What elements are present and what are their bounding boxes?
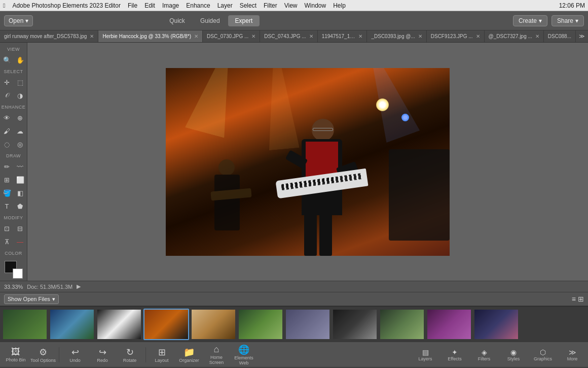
tab-7-close[interactable]: ✕ (476, 34, 480, 39)
eraser-tool[interactable]: ⬜ (14, 174, 26, 186)
smudge-tool[interactable]: ☁ (14, 125, 26, 137)
open-dropdown-icon[interactable]: ▾ (25, 17, 28, 24)
organizer-button[interactable]: 📁 Organizer (175, 347, 203, 363)
zoom-tool[interactable]: 🔍 (1, 54, 13, 66)
move-tool[interactable]: ✛ (1, 76, 13, 88)
thumbnail-5[interactable] (191, 309, 236, 340)
thumbnail-3[interactable] (96, 309, 142, 340)
marquee-tool[interactable]: ⬚ (14, 76, 26, 88)
thumbnail-7[interactable] (285, 309, 330, 340)
create-button[interactable]: Create ▾ (513, 15, 547, 26)
apple-menu-icon[interactable]:  (3, 2, 5, 9)
tab-3-close[interactable]: ✕ (251, 34, 255, 39)
tab-guided[interactable]: Guided (193, 15, 227, 26)
spot-heal-tool[interactable]: ⊕ (14, 112, 26, 124)
dodge-tool[interactable]: ◌ (1, 138, 13, 150)
menu-window[interactable]: Window (305, 2, 326, 9)
menu-edit[interactable]: Edit (144, 2, 155, 9)
redo-button[interactable]: ↪ Redo (89, 347, 116, 363)
tab-4-close[interactable]: ✕ (309, 34, 313, 39)
tab-6[interactable]: _DSC0393.jpg @... ✕ (367, 30, 426, 42)
more-button[interactable]: ≫ More (559, 348, 586, 361)
thumbnail-10[interactable] (426, 309, 472, 340)
tab-2-close[interactable]: ✕ (194, 34, 198, 39)
tab-6-close[interactable]: ✕ (418, 34, 422, 39)
files-columns-icon[interactable]: ≡ (572, 295, 576, 303)
brush-tool[interactable]: ✏ (1, 160, 13, 173)
menu-file[interactable]: File (128, 2, 137, 9)
rotate-button[interactable]: ↻ Rotate (116, 347, 143, 363)
tab-8[interactable]: @_DSC7327.jpg ... ✕ (485, 30, 544, 42)
thumbnail-2[interactable] (49, 309, 95, 340)
color-change-tool[interactable]: — (14, 236, 26, 248)
tool-options-button[interactable]: ⚙ Tool Options (29, 347, 57, 363)
undo-button[interactable]: ↩ Undo (61, 347, 89, 363)
background-color[interactable] (13, 269, 23, 279)
menu-image[interactable]: Image (162, 2, 179, 9)
zoom-level[interactable]: 33.33% (4, 284, 23, 290)
styles-button[interactable]: ◉ Styles (500, 348, 527, 361)
select-tools-2: 𝒪 ◑ (1, 89, 26, 102)
tab-1-close[interactable]: ✕ (90, 34, 94, 39)
tab-9[interactable]: DSC088... (544, 30, 576, 42)
status-arrow[interactable]: ▶ (77, 283, 81, 290)
menu-select[interactable]: Select (240, 2, 256, 9)
photo-bin-button[interactable]: 🖼 Photo Bin (2, 347, 29, 362)
tab-3[interactable]: DSC_0730.JPG ... ✕ (203, 30, 260, 42)
tab-2[interactable]: Herbie Hancock.jpg @ 33.3% (RGB/8*) ✕ (98, 30, 203, 42)
thumbnail-6[interactable] (238, 309, 283, 340)
layout-button[interactable]: ⊞ Layout (148, 347, 175, 363)
tab-quick[interactable]: Quick (162, 15, 192, 26)
draw-tools-1: ✏ 〰 (1, 160, 26, 173)
tab-expert[interactable]: Expert (228, 15, 260, 26)
show-open-files-dropdown[interactable]: Show Open Files ▾ (4, 294, 59, 304)
share-button[interactable]: Share ▾ (552, 15, 584, 26)
tab-4[interactable]: DSC_0743.JPG ... ✕ (260, 30, 317, 42)
thumbnail-4[interactable] (143, 309, 189, 340)
graphics-button[interactable]: ⬡ Graphics (529, 348, 557, 361)
color-swatch[interactable] (5, 261, 23, 279)
menu-view[interactable]: View (284, 2, 298, 9)
home-screen-button[interactable]: ⌂ Home Screen (203, 344, 230, 365)
eye-tool[interactable]: 👁 (1, 112, 13, 124)
menu-enhance[interactable]: Enhance (186, 2, 210, 9)
gradient-tool[interactable]: ◧ (14, 187, 26, 199)
crop-tool[interactable]: ⊡ (1, 222, 13, 235)
filters-button[interactable]: ◈ Filters (470, 348, 498, 361)
thumbnail-1[interactable] (2, 309, 48, 340)
custom-shape-tool[interactable]: ⬟ (14, 200, 26, 212)
lasso-tool[interactable]: 𝒪 (1, 89, 13, 102)
clone-tool[interactable]: 🖌 (1, 125, 13, 137)
pattern-tool[interactable]: ⊞ (1, 174, 13, 186)
tab-2-label: Herbie Hancock.jpg @ 33.3% (RGB/8*) (102, 34, 191, 39)
tab-7[interactable]: DSCF9123.JPG ... ✕ (427, 30, 485, 42)
blur-tool[interactable]: ◎ (14, 138, 26, 150)
recompose-tool[interactable]: ⊟ (14, 222, 26, 235)
tab-8-close[interactable]: ✕ (535, 34, 539, 39)
layout-label: Layout (155, 358, 168, 363)
quick-select-tool[interactable]: ◑ (14, 89, 26, 102)
modify-tools-2: ⊼ — (1, 236, 26, 248)
thumbnail-8[interactable] (332, 309, 378, 340)
layers-button[interactable]: ▤ Layers (412, 348, 439, 361)
straighten-tool[interactable]: ⊼ (1, 236, 13, 248)
paint-bucket-tool[interactable]: 🪣 (1, 187, 13, 199)
menu-help[interactable]: Help (333, 2, 346, 9)
menu-layer[interactable]: Layer (217, 2, 233, 9)
type-tool[interactable]: T (1, 200, 13, 212)
thumbnail-9[interactable] (379, 309, 425, 340)
impressionist-tool[interactable]: 〰 (14, 160, 26, 173)
modify-tools-1: ⊡ ⊟ (1, 222, 26, 235)
tabs-overflow-icon[interactable]: ≫ (576, 33, 588, 40)
files-grid-icon[interactable]: ⊞ (578, 295, 584, 303)
hand-tool[interactable]: ✋ (14, 54, 26, 66)
thumbnail-11[interactable] (473, 309, 519, 340)
effects-button[interactable]: ✦ Effects (441, 348, 468, 361)
open-button[interactable]: Open ▾ (4, 15, 33, 26)
elements-web-button[interactable]: 🌐 Elements Web (230, 344, 258, 365)
tab-1[interactable]: girl runway move after_DSC5783.jpg ✕ (0, 30, 98, 42)
menu-filter[interactable]: Filter (264, 2, 277, 9)
tab-5-close[interactable]: ✕ (358, 34, 362, 39)
thumb-img-11 (474, 310, 518, 339)
tab-5[interactable]: 11947517_10153199006315983_2280293033814… (318, 30, 368, 42)
